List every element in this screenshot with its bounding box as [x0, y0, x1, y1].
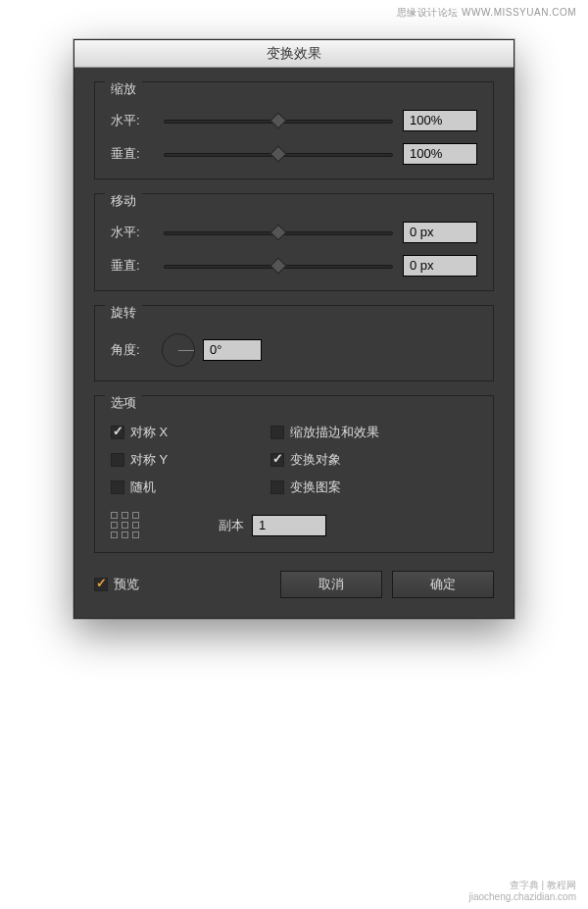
- scale-group: 缩放 水平: 100% 垂直: 100%: [94, 81, 494, 179]
- angle-dial-icon[interactable]: [162, 333, 195, 367]
- scale-horizontal-label: 水平:: [111, 112, 154, 129]
- rotate-angle-input[interactable]: 0°: [203, 339, 262, 361]
- watermark-bottom: 查字典 | 教程网 jiaocheng.chazidian.com: [468, 880, 576, 903]
- scale-vertical-input[interactable]: 100%: [403, 143, 477, 165]
- move-horizontal-input[interactable]: 0 px: [403, 222, 477, 243]
- ok-button[interactable]: 确定: [392, 571, 494, 598]
- transform-patterns-checkbox[interactable]: 变换图案: [270, 479, 477, 496]
- preview-checkbox[interactable]: 预览: [94, 576, 139, 593]
- scale-horizontal-slider[interactable]: [164, 112, 393, 129]
- cancel-button[interactable]: 取消: [280, 571, 382, 598]
- watermark-top: 思缘设计论坛 WWW.MISSYUAN.COM: [397, 6, 576, 20]
- slider-thumb-icon[interactable]: [270, 225, 287, 241]
- checkbox-icon: [270, 453, 284, 467]
- move-group: 移动 水平: 0 px 垂直: 0 px: [94, 193, 494, 291]
- scale-vertical-label: 垂直:: [111, 145, 154, 163]
- move-label: 移动: [105, 192, 142, 210]
- move-horizontal-label: 水平:: [111, 224, 154, 241]
- slider-thumb-icon[interactable]: [270, 258, 287, 275]
- options-label: 选项: [105, 394, 142, 412]
- dialog-footer: 预览 取消 确定: [94, 571, 494, 598]
- dialog-body: 缩放 水平: 100% 垂直: 100% 移动: [74, 68, 514, 618]
- scale-label: 缩放: [105, 80, 142, 98]
- copies-label: 副本: [219, 517, 244, 534]
- slider-thumb-icon[interactable]: [270, 146, 287, 163]
- slider-thumb-icon[interactable]: [270, 113, 287, 129]
- transform-objects-checkbox[interactable]: 变换对象: [270, 451, 477, 469]
- rotate-group: 旋转 角度: 0°: [94, 305, 494, 381]
- checkbox-icon: [111, 480, 124, 494]
- dialog-titlebar[interactable]: 变换效果: [74, 40, 514, 68]
- move-vertical-slider[interactable]: [164, 257, 393, 275]
- checkbox-icon: [270, 480, 284, 494]
- registration-point-icon[interactable]: [111, 512, 140, 538]
- move-horizontal-slider[interactable]: [164, 224, 393, 241]
- scale-vertical-slider[interactable]: [164, 145, 393, 163]
- checkbox-icon: [111, 453, 124, 467]
- dialog-title: 变换效果: [267, 45, 321, 63]
- copies-input[interactable]: 1: [252, 515, 326, 536]
- checkbox-icon: [94, 578, 108, 591]
- move-vertical-input[interactable]: 0 px: [403, 255, 477, 277]
- reflect-x-checkbox[interactable]: 对称 X: [111, 424, 270, 441]
- options-group: 选项 对称 X 缩放描边和效果 对称 Y 变换对象: [94, 395, 494, 553]
- move-vertical-label: 垂直:: [111, 257, 154, 275]
- transform-effect-dialog: 变换效果 缩放 水平: 100% 垂直: 100%: [74, 39, 514, 619]
- checkbox-icon: [111, 426, 124, 439]
- reflect-y-checkbox[interactable]: 对称 Y: [111, 451, 270, 469]
- checkbox-icon: [270, 426, 284, 439]
- rotate-angle-label: 角度:: [111, 341, 154, 359]
- scale-horizontal-input[interactable]: 100%: [403, 110, 477, 131]
- rotate-label: 旋转: [105, 304, 142, 322]
- random-checkbox[interactable]: 随机: [111, 479, 270, 496]
- scale-strokes-checkbox[interactable]: 缩放描边和效果: [270, 424, 477, 441]
